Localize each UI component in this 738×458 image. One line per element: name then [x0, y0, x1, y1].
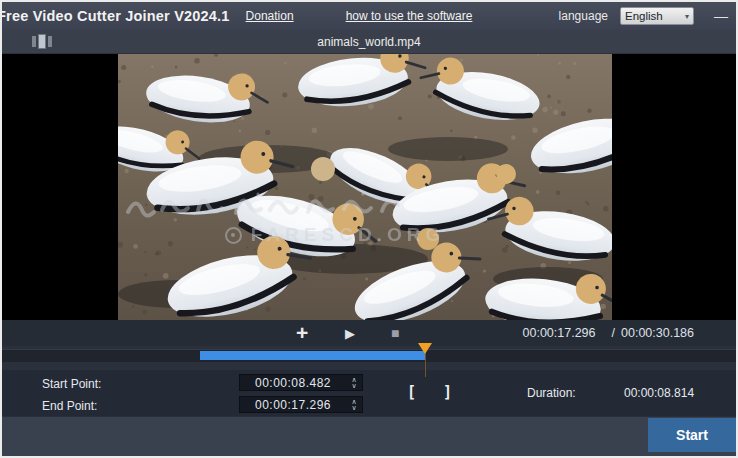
timeline-selection	[200, 351, 425, 360]
timeline-marker-line	[425, 353, 426, 377]
end-point-value: 00:00:17.296	[240, 398, 346, 412]
timeline-row	[2, 346, 736, 370]
total-time: 00:00:30.186	[621, 326, 694, 340]
end-point-label: End Point:	[42, 399, 97, 413]
file-bar: animals_world.mp4	[2, 30, 736, 54]
set-end-point-button[interactable]: ]	[443, 383, 452, 401]
language-selected-value: English	[625, 10, 685, 22]
help-link[interactable]: how to use the software	[346, 9, 473, 23]
start-point-label: Start Point:	[42, 377, 101, 391]
add-file-button[interactable]: +	[296, 320, 308, 346]
title-bar: Free Video Cutter Joiner V2024.1 Donatio…	[2, 2, 736, 30]
chevron-down-icon: ▾	[685, 12, 689, 21]
video-preview: FARESCD.ORG	[118, 54, 612, 320]
app-title: Free Video Cutter Joiner V2024.1	[2, 8, 230, 24]
stop-button[interactable]: ■	[391, 320, 399, 346]
language-label: language	[559, 9, 608, 23]
timeline-marker[interactable]	[418, 343, 432, 354]
video-region: FARESCD.ORG	[2, 54, 736, 320]
minimize-button[interactable]: —	[714, 11, 728, 21]
footer-bar: Start	[2, 416, 736, 456]
current-time: 00:00:17.296	[523, 326, 596, 340]
end-point-stepper: ∧ ∨	[346, 399, 362, 411]
time-display: 00:00:17.296 / 00:00:30.186	[523, 320, 694, 346]
spinner-down-icon[interactable]: ∨	[351, 405, 356, 411]
trim-panel: Start Point: End Point: 00:00:08.482 ∧ ∨…	[2, 370, 736, 416]
set-start-point-button[interactable]: [	[407, 383, 416, 401]
gannet-colony-frame	[118, 54, 612, 320]
time-separator: /	[612, 326, 615, 340]
start-point-value: 00:00:08.482	[240, 376, 346, 390]
play-button[interactable]: ▶	[345, 320, 355, 346]
spinner-down-icon[interactable]: ∨	[351, 383, 356, 389]
start-button[interactable]: Start	[648, 418, 736, 452]
donation-link[interactable]: Donation	[246, 9, 294, 23]
app-window: Free Video Cutter Joiner V2024.1 Donatio…	[0, 0, 738, 458]
film-icon	[32, 34, 52, 49]
video-filename: animals_world.mp4	[317, 35, 420, 49]
start-point-input[interactable]: 00:00:08.482 ∧ ∨	[239, 374, 363, 391]
duration-value: 00:00:08.814	[624, 386, 694, 400]
duration-label: Duration:	[527, 386, 576, 400]
playback-controls: + ▶ ■ 00:00:17.296 / 00:00:30.186	[2, 320, 736, 346]
language-select[interactable]: English ▾	[620, 7, 694, 25]
start-point-stepper: ∧ ∨	[346, 377, 362, 389]
end-point-input[interactable]: 00:00:17.296 ∧ ∨	[239, 396, 363, 413]
